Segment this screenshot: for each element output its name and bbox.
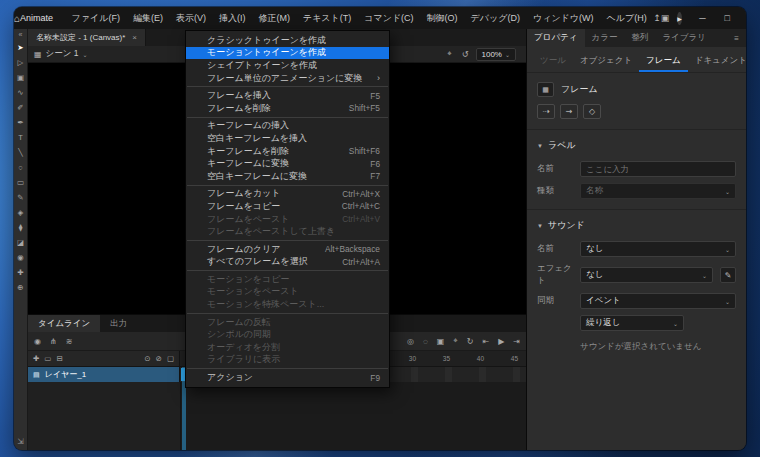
properties-subtab[interactable]: ツール	[533, 52, 573, 72]
eraser-tool[interactable]: ◪	[15, 237, 27, 248]
paint-bucket-tool[interactable]: ◈	[15, 207, 27, 218]
menu-item[interactable]: 空白キーフレームを挿入 ›	[186, 132, 389, 145]
panel-tab[interactable]: カラー	[585, 29, 625, 47]
menu-item[interactable]: クラシックトゥイーンを作成 ›	[186, 34, 389, 47]
menu-item[interactable]: キーフレームに変換 F6 ›	[186, 157, 389, 170]
center-stage-icon[interactable]: ⌖	[444, 49, 455, 59]
scene-name[interactable]: シーン 1	[46, 48, 79, 60]
text-tool[interactable]: T	[15, 132, 27, 143]
menubar-item[interactable]: 修正(M)	[252, 7, 297, 29]
create-classic-tween-icon[interactable]: ⇝	[560, 104, 578, 119]
onion-skin-icon[interactable]: ◎	[407, 337, 414, 346]
properties-subtab[interactable]: オブジェクト	[573, 52, 639, 72]
menubar-item[interactable]: ファイル(F)	[65, 7, 126, 29]
create-motion-tween-icon[interactable]: ⇢	[537, 104, 555, 119]
eyedropper-tool[interactable]: ⧫	[15, 222, 27, 233]
maximize-button[interactable]: □	[715, 7, 740, 29]
workspace-icon[interactable]: ▣	[661, 13, 670, 23]
sound-effect-select[interactable]: なし ⌄	[580, 267, 713, 283]
selection-tool[interactable]: ➤	[15, 42, 27, 53]
menu-item[interactable]: シェイプトゥイーンを作成 ›	[186, 59, 389, 72]
rotate-stage-icon[interactable]: ↺	[459, 50, 472, 59]
hand-tool[interactable]: ✚	[15, 267, 27, 278]
menu-item[interactable]: フレームを削除 Shift+F5 ›	[186, 102, 389, 115]
sound-name-select[interactable]: なし ⌄	[580, 241, 736, 257]
sound-repeat-select[interactable]: 繰り返し ⌄	[580, 315, 684, 331]
menubar-item[interactable]: デバッグ(D)	[464, 7, 526, 29]
tab-timeline[interactable]: タイムライン	[28, 315, 100, 332]
layer-depth-icon[interactable]: ≋	[66, 337, 73, 346]
panel-tab[interactable]: ライブラリ	[655, 29, 713, 47]
collapse-section-icon[interactable]: ▼	[537, 143, 543, 149]
add-camera-icon[interactable]: ◉	[34, 337, 41, 346]
loop-icon[interactable]: ↻	[467, 337, 474, 346]
line-tool[interactable]: ╲	[15, 147, 27, 158]
camera-tool[interactable]: ◉	[15, 252, 27, 263]
create-shape-tween-icon[interactable]: ◇	[583, 104, 601, 119]
edit-multiple-frames-icon[interactable]: ▣	[437, 337, 445, 346]
properties-subtab[interactable]: ドキュメント	[688, 52, 746, 72]
edit-effect-icon[interactable]: ✎	[720, 267, 736, 283]
lasso-tool[interactable]: ∿	[15, 87, 27, 98]
menu-item[interactable]: 空白キーフレームに変換 F7 ›	[186, 170, 389, 183]
share-icon[interactable]: ↥	[653, 13, 661, 23]
tab-output[interactable]: 出力	[100, 315, 137, 332]
menubar-item[interactable]: 表示(V)	[169, 7, 212, 29]
menu-item[interactable]: キーフレームを削除 Shift+F6 ›	[186, 145, 389, 158]
menubar-item[interactable]: ヘルプ(H)	[600, 7, 653, 29]
menu-item[interactable]: フレームのクリア Alt+Backspace ›	[186, 243, 389, 256]
onion-skin-outlines-icon[interactable]: ◌	[423, 337, 428, 346]
layer-parenting-icon[interactable]: ⋔	[50, 337, 57, 346]
test-movie-icon[interactable]: ▶	[677, 12, 682, 25]
menu-item[interactable]: フレーム単位のアニメーションに変換 ›	[186, 72, 389, 85]
menu-item[interactable]: アクション F9 ›	[186, 371, 389, 384]
center-playhead-icon[interactable]: ⌖	[453, 336, 458, 346]
subselection-tool[interactable]: ▷	[15, 57, 27, 68]
menu-item[interactable]: フレームの反転 ›	[186, 316, 389, 329]
properties-subtab[interactable]: フレーム	[639, 52, 688, 72]
delete-layer-icon[interactable]: ⊟	[56, 354, 62, 363]
frames-empty-area[interactable]	[181, 382, 526, 450]
menu-item[interactable]: ライブラリに表示 ›	[186, 354, 389, 367]
menubar-item[interactable]: テキスト(T)	[296, 7, 357, 29]
zoom-tool[interactable]: ⊕	[15, 282, 27, 293]
document-tab[interactable]: 名称未設定 - 1 (Canvas)* ×	[28, 29, 146, 46]
label-name-input[interactable]	[580, 161, 736, 177]
menu-item[interactable]: モーションをペースト ›	[186, 286, 389, 299]
collapse-panel-icon[interactable]: «	[19, 31, 23, 38]
free-transform-tool[interactable]: ▣	[15, 72, 27, 83]
collapse-section-icon[interactable]: ▼	[537, 223, 543, 229]
new-folder-icon[interactable]: ▭	[44, 354, 51, 363]
close-tab-icon[interactable]: ×	[132, 33, 137, 42]
play-icon[interactable]: ▶	[498, 337, 504, 346]
close-button[interactable]: ×	[740, 7, 746, 29]
outline-column-icon[interactable]: ▢	[167, 354, 174, 363]
fluid-brush-tool[interactable]: ✐	[15, 102, 27, 113]
menu-item[interactable]: フレームをペースト Ctrl+Alt+V ›	[186, 213, 389, 226]
step-forward-icon[interactable]: ⇥	[513, 337, 520, 346]
chevron-down-icon[interactable]: ⌄	[83, 51, 88, 58]
pen-tool[interactable]: ✒	[15, 117, 27, 128]
panel-tab[interactable]: プロパティ	[527, 29, 585, 47]
new-layer-icon[interactable]: ✚	[33, 354, 39, 363]
step-back-icon[interactable]: ⇤	[482, 337, 489, 346]
menu-item[interactable]: オーディオを分割 ›	[186, 341, 389, 354]
menu-item[interactable]: フレームをペーストして上書き ›	[186, 225, 389, 238]
show-hide-column-icon[interactable]: ⊙	[144, 354, 150, 363]
menu-item[interactable]: フレームをカット Ctrl+Alt+X ›	[186, 188, 389, 201]
lock-column-icon[interactable]: ⊘	[156, 354, 162, 363]
label-name-text-input[interactable]	[586, 164, 730, 174]
menu-item[interactable]: キーフレームの挿入 ›	[186, 120, 389, 133]
zoom-select[interactable]: 100% ⌄	[476, 48, 517, 61]
menu-item[interactable]: すべてのフレームを選択 Ctrl+Alt+A ›	[186, 256, 389, 269]
menu-item[interactable]: モーショントゥイーンを作成 ›	[186, 47, 389, 60]
menu-item[interactable]: フレームを挿入 F5 ›	[186, 89, 389, 102]
menubar-item[interactable]: 編集(E)	[126, 7, 169, 29]
minimize-button[interactable]: ─	[690, 7, 715, 29]
menubar-item[interactable]: 挿入(I)	[212, 7, 252, 29]
panel-tab[interactable]: 整列	[624, 29, 655, 47]
sound-sync-select[interactable]: イベント ⌄	[580, 293, 736, 309]
menubar-item[interactable]: 制御(O)	[420, 7, 464, 29]
menu-item[interactable]: モーションを特殊ペースト... ›	[186, 298, 389, 311]
menu-item[interactable]: フレームをコピー Ctrl+Alt+C ›	[186, 200, 389, 213]
